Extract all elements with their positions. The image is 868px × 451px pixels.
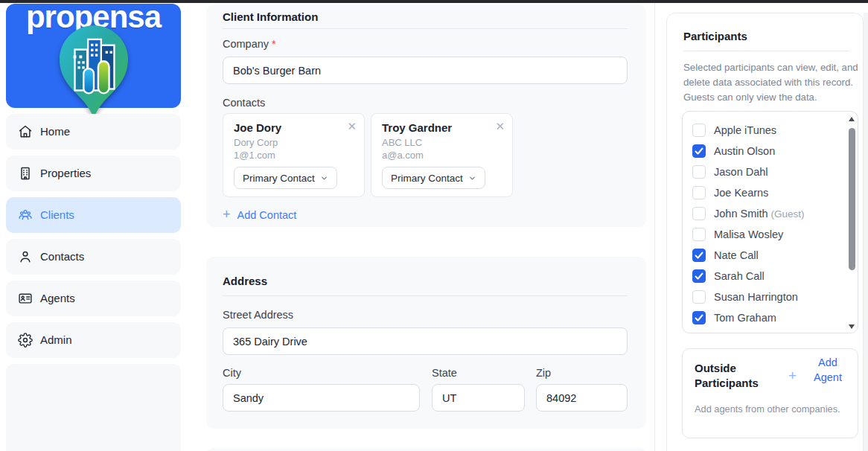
participant-name: Apple iTunes	[714, 120, 776, 141]
contact-card: Joe Dory ✕ Dory Corp 1@1.com Primary Con…	[223, 113, 365, 197]
city-label: City	[223, 367, 241, 379]
participants-title: Participants	[683, 30, 747, 42]
building-icon	[18, 166, 33, 181]
people-group-icon	[18, 208, 33, 223]
company-label: Company *	[223, 38, 276, 50]
section-title: Address	[223, 275, 267, 287]
map-pin-buildings-icon	[57, 23, 130, 120]
participant-checkbox[interactable]	[692, 186, 706, 199]
city-input[interactable]	[223, 384, 420, 412]
next-section-partial-card	[206, 448, 646, 451]
sidebar-item-properties[interactable]: Properties	[6, 156, 181, 191]
participant-checkbox[interactable]	[692, 144, 706, 158]
contact-email: a@a.com	[382, 150, 424, 161]
close-icon[interactable]: ✕	[347, 120, 357, 133]
participant-row[interactable]: John Smith (Guest)	[683, 203, 843, 224]
contact-card: Troy Gardner ✕ ABC LLC a@a.com Primary C…	[371, 113, 513, 197]
chevron-down-icon	[468, 174, 476, 182]
zip-input[interactable]	[536, 384, 628, 412]
participant-row[interactable]: Tom Graham	[683, 307, 843, 328]
participant-list: Apple iTunes Austin Olson Jason Dahl Joe…	[682, 111, 858, 333]
participant-row[interactable]: Joe Kearns	[683, 182, 843, 203]
main-right-divider	[654, 3, 655, 451]
participant-checkbox[interactable]	[692, 124, 706, 137]
contact-company: ABC LLC	[382, 137, 422, 148]
scroll-up-icon[interactable]	[849, 117, 855, 121]
sidebar-item-label: Admin	[40, 322, 72, 358]
participants-panel: Participants Selected participants can v…	[666, 13, 864, 451]
company-input[interactable]	[223, 57, 628, 84]
street-address-input[interactable]	[223, 327, 628, 355]
participants-description: Selected participants can view, edit, an…	[683, 60, 858, 105]
participant-name: Austin Olson	[714, 141, 775, 162]
state-label: State	[432, 367, 457, 379]
contact-name: Joe Dory	[234, 121, 281, 134]
sidebar-empty-card	[6, 364, 181, 451]
contact-email: 1@1.com	[234, 150, 275, 161]
contact-company: Dory Corp	[234, 137, 278, 148]
home-icon	[18, 124, 33, 139]
contact-role-dropdown[interactable]: Primary Contact	[234, 167, 337, 189]
participant-row[interactable]: Austin Olson	[683, 141, 843, 161]
contact-role-dropdown[interactable]: Primary Contact	[382, 167, 485, 189]
add-agent-button[interactable]: Add Agent	[805, 355, 851, 385]
propensa-logo: propensa	[6, 4, 181, 108]
contacts-label: Contacts	[223, 97, 265, 109]
section-title: Client Information	[223, 10, 318, 23]
participant-checkbox[interactable]	[692, 290, 706, 304]
contact-role-value: Primary Contact	[391, 173, 463, 184]
plus-icon: +	[788, 368, 797, 384]
sidebar-item-label: Contacts	[40, 239, 84, 275]
sidebar-item-label: Agents	[40, 281, 75, 316]
add-contact-button[interactable]: + Add Contact	[223, 207, 296, 223]
outside-participants-title: Outside Participants	[695, 361, 778, 391]
participant-row[interactable]: Malisa Wosley	[683, 224, 843, 245]
id-card-icon	[18, 291, 33, 306]
scrollbar-thumb[interactable]	[849, 128, 855, 270]
person-icon	[18, 249, 33, 264]
section-divider	[683, 51, 849, 51]
sidebar-item-contacts[interactable]: Contacts	[6, 239, 181, 275]
page-background-strip	[864, 13, 868, 451]
participant-row[interactable]: Apple iTunes	[683, 120, 843, 141]
participant-checkbox[interactable]	[692, 165, 706, 179]
address-section: Address Street Address City State Zip	[206, 257, 646, 429]
list-scrollbar[interactable]	[847, 112, 857, 333]
sidebar-item-label: Properties	[40, 156, 91, 191]
participant-name: Joe Kearns	[714, 182, 768, 204]
chevron-down-icon	[320, 174, 328, 182]
zip-label: Zip	[536, 367, 551, 379]
participant-row[interactable]: Sarah Call	[683, 266, 843, 287]
state-input[interactable]	[432, 384, 525, 412]
participant-name: Nate Call	[714, 245, 759, 266]
participant-checkbox[interactable]	[692, 249, 706, 262]
participant-checkbox[interactable]	[692, 311, 706, 324]
participant-checkbox[interactable]	[692, 207, 706, 220]
participant-checkbox[interactable]	[692, 228, 706, 241]
outside-participants-description: Add agents from other companies.	[695, 403, 840, 415]
required-asterisk: *	[272, 38, 276, 50]
participant-name: John Smith (Guest)	[714, 203, 805, 225]
participant-name: Susan Harrington	[714, 287, 798, 308]
scroll-down-icon[interactable]	[849, 324, 855, 329]
plus-icon: +	[223, 207, 231, 223]
contact-name: Troy Gardner	[382, 121, 452, 134]
participant-name: Malisa Wosley	[714, 224, 783, 246]
sidebar-item-home[interactable]: Home	[6, 114, 181, 150]
client-information-section: Client Information Company * Contacts Jo…	[206, 4, 646, 227]
sidebar-item-agents[interactable]: Agents	[6, 281, 181, 316]
section-divider	[223, 295, 628, 296]
street-address-label: Street Address	[223, 309, 293, 321]
participant-checkbox[interactable]	[692, 269, 706, 283]
sidebar-item-admin[interactable]: Admin	[6, 322, 181, 358]
participant-name: Sarah Call	[714, 266, 765, 287]
add-contact-label: Add Contact	[237, 209, 297, 221]
sidebar-item-clients[interactable]: Clients	[6, 197, 181, 233]
participant-row[interactable]: Nate Call	[683, 245, 843, 266]
participant-row[interactable]: Jason Dahl	[683, 161, 843, 182]
sidebar-item-label: Home	[40, 114, 70, 150]
participant-row[interactable]: Susan Harrington	[683, 287, 843, 307]
close-icon[interactable]: ✕	[495, 120, 505, 133]
sidebar: propensa	[0, 3, 194, 451]
participant-name: Tom Graham	[714, 307, 776, 329]
